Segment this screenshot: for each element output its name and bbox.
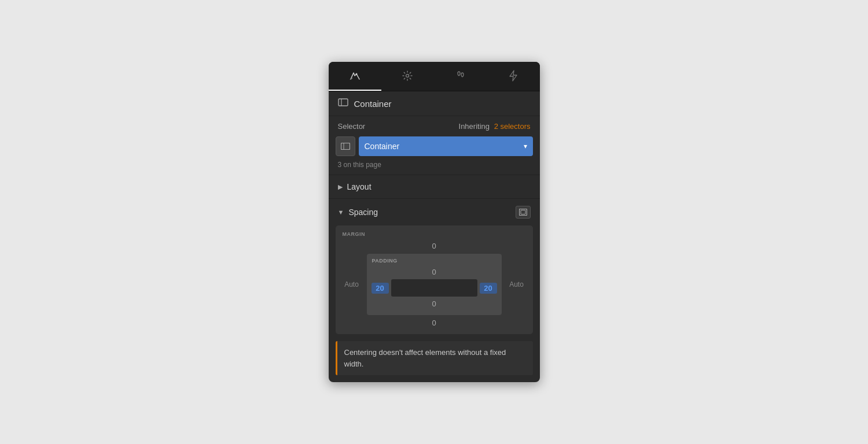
container-symbol [338,98,348,106]
dropdown-chevron-icon: ▾ [524,142,527,150]
warning-box: Centering doesn't affect elements withou… [336,341,533,375]
spacing-section: ▼ Spacing MARGIN 0 Auto [329,199,540,341]
layout-section-header[interactable]: ▶ Layout [329,175,540,198]
margin-label: MARGIN [343,231,366,237]
selector-row: Selector Inheriting 2 selectors [329,116,540,134]
selector-dropdown[interactable]: Container ▾ [359,136,533,156]
spacing-box-wrapper: MARGIN 0 Auto PADDING 0 20 [329,225,540,341]
tab-bolt[interactable] [487,62,539,91]
padding-label: PADDING [372,258,398,264]
container-icon [338,98,348,109]
svg-rect-7 [521,210,525,214]
tab-drops[interactable] [434,62,487,91]
margin-middle-row: Auto PADDING 0 20 20 0 [341,254,527,315]
selector-dropdown-wrapper: Container ▾ [329,134,540,158]
panel: Container Selector Inheriting 2 selector… [329,62,540,382]
warning-text: Centering doesn't affect elements withou… [344,348,506,368]
margin-top-value[interactable]: 0 [341,231,527,254]
margin-box: MARGIN 0 Auto PADDING 0 20 [336,225,533,334]
spacing-box-icon[interactable] [516,206,531,219]
gear-icon [402,71,413,81]
spacing-chevron-icon: ▼ [338,209,344,216]
layout-chevron-icon: ▶ [338,183,343,191]
padding-box: PADDING 0 20 20 0 [367,254,502,315]
padding-right-value[interactable]: 20 [480,283,497,294]
layout-section-title: Layout [347,182,372,191]
selector-container-icon [341,143,350,150]
padding-bottom-value[interactable]: 0 [372,297,497,310]
page-count: 3 on this page [329,158,540,175]
container-title: Container [354,99,392,109]
margin-padding-icon [519,209,527,216]
margin-left-value[interactable]: Auto [341,280,362,288]
svg-point-1 [406,75,409,77]
container-header: Container [329,91,540,116]
bolt-icon [509,70,517,82]
margin-right-value[interactable]: Auto [506,280,527,288]
margin-bottom-value[interactable]: 0 [341,315,527,328]
selector-icon-box [336,136,355,156]
padding-center-area [391,279,477,297]
spacing-section-header[interactable]: ▼ Spacing [329,199,540,225]
svg-point-0 [356,73,358,75]
padding-left-value[interactable]: 20 [372,283,389,294]
svg-rect-4 [341,143,350,150]
spacing-section-title: Spacing [348,208,378,217]
inheriting-text: Inheriting 2 selectors [459,122,531,131]
padding-middle-row: 20 20 [372,279,497,297]
style-icon [349,70,361,82]
selector-label: Selector [338,122,366,131]
drops-icon [455,71,466,80]
tab-settings[interactable] [381,62,434,91]
selector-value: Container [365,142,400,151]
toolbar [329,62,540,91]
svg-rect-2 [339,99,348,106]
tab-style[interactable] [329,62,381,91]
selector-count[interactable]: 2 selectors [494,122,531,131]
